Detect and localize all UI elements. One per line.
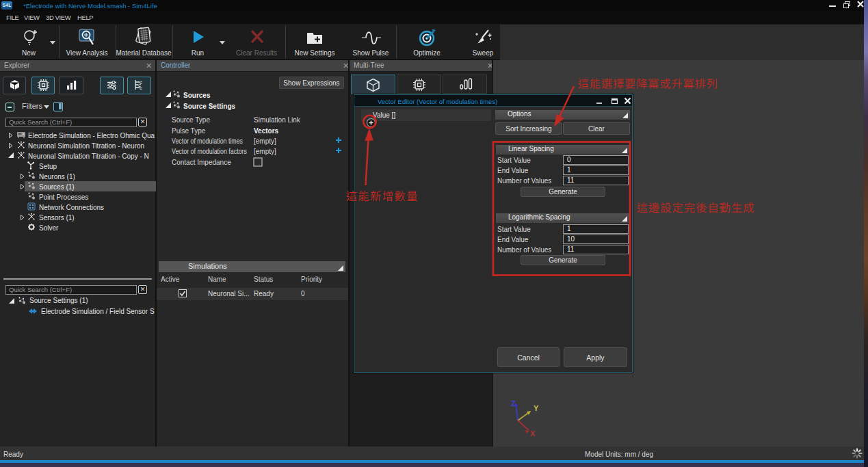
svg-text:Vector of modulation times: Vector of modulation times [172,137,243,145]
svg-text:Pulse Type: Pulse Type [172,127,206,135]
svg-text:Setup: Setup [39,163,57,170]
svg-text:Neurons (1): Neurons (1) [39,173,75,181]
svg-text:Network Connections: Network Connections [39,204,104,211]
svg-text:Neuronal Simulation Titration: Neuronal Simulation Titration - Copy - N [28,152,149,160]
svg-text:Source Settings (1): Source Settings (1) [29,297,88,304]
svg-text:Y: Y [534,404,539,412]
svg-text:Z: Z [511,399,516,408]
svg-text:Electrode Simulation - Elect: Electrode Simulation - Electro Ohmic Qua [28,132,155,139]
svg-text:Simulation Link: Simulation Link [254,116,301,124]
svg-text:Point Processes: Point Processes [39,194,88,201]
svg-text:Sensors (1): Sensors (1) [39,214,75,222]
svg-text:Source Settings: Source Settings [183,103,236,110]
svg-text:Sources (1): Sources (1) [39,183,75,191]
svg-text:Vector of modulation factors: Vector of modulation factors [172,148,247,155]
svg-text:Source Type: Source Type [172,116,210,124]
svg-text:[empty]: [empty] [254,148,276,155]
svg-text:Neuronal Simulation Titration: Neuronal Simulation Titration - Neuron [28,142,144,150]
svg-text:[empty]: [empty] [254,137,276,145]
svg-text:Electrode Simulation / Field: Electrode Simulation / Field Sensor S [41,308,155,315]
svg-text:Vectors: Vectors [254,127,279,135]
svg-text:Solver: Solver [39,224,59,232]
svg-text:Contact Impedance: Contact Impedance [172,159,231,166]
svg-text:Sources: Sources [183,92,211,99]
svg-text:X: X [530,429,536,438]
